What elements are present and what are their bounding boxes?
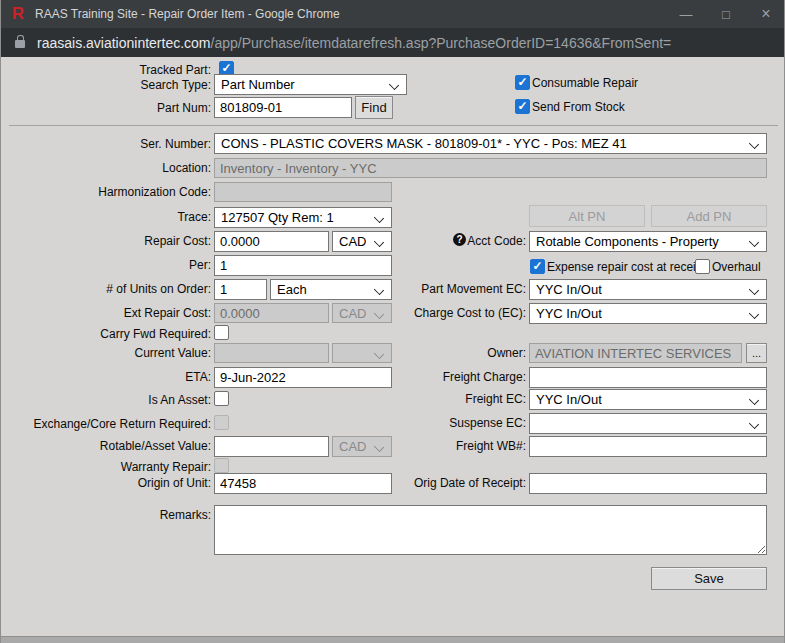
search-type-value: Part Number — [221, 77, 295, 92]
charge-cost-select[interactable]: YYC In/Out — [529, 303, 767, 324]
alt-pn-button[interactable]: Alt PN — [529, 205, 645, 227]
check-icon: ✓ — [531, 260, 544, 273]
title-bar: R RAAS Training Site - Repair Order Item… — [1, 0, 785, 28]
chevron-down-icon — [389, 80, 399, 90]
carry-fwd-label: Carry Fwd Required: — [1, 327, 211, 341]
origin-of-unit-label: Origin of Unit: — [1, 476, 211, 490]
part-num-label: Part Num: — [1, 101, 211, 115]
acct-code-value: Rotable Components - Property — [536, 234, 719, 249]
trace-value: 127507 Qty Rem: 1 — [221, 210, 334, 225]
carry-fwd-checkbox[interactable] — [214, 325, 229, 340]
is-an-asset-checkbox[interactable] — [214, 391, 229, 406]
overhaul-label: Overhaul — [712, 260, 761, 275]
part-movement-ec-value: YYC In/Out — [536, 282, 602, 297]
trace-select[interactable]: 127507 Qty Rem: 1 — [214, 207, 392, 228]
ser-number-value: CONS - PLASTIC COVERS MASK - 801809-01* … — [221, 136, 627, 151]
window-bottom-edge — [1, 636, 785, 643]
chevron-down-icon — [749, 237, 759, 247]
chevron-down-icon — [749, 285, 759, 295]
chevron-down-icon — [749, 139, 759, 149]
acct-code-label: Acct Code: — [341, 234, 526, 248]
expense-repair-label: Expense repair cost at receipt — [547, 260, 706, 275]
rotable-value-label: Rotable/Asset Value: — [1, 439, 211, 453]
harmonization-code-field — [214, 182, 392, 202]
repair-cost-label: Repair Cost: — [1, 234, 211, 248]
exchange-core-checkbox — [214, 415, 229, 430]
minimize-button[interactable]: — — [666, 0, 706, 28]
find-button[interactable]: Find — [355, 96, 393, 119]
part-movement-ec-select[interactable]: YYC In/Out — [529, 279, 767, 300]
freight-ec-select[interactable]: YYC In/Out — [529, 389, 767, 410]
freight-wb-input[interactable] — [529, 436, 767, 457]
orig-date-input[interactable] — [529, 473, 767, 494]
units-uom-value: Each — [277, 282, 307, 297]
location-field: Inventory - Inventory - YYC — [214, 158, 767, 178]
chevron-down-icon — [749, 309, 759, 319]
search-type-label: Search Type: — [1, 78, 211, 92]
search-type-select[interactable]: Part Number — [214, 74, 407, 95]
remarks-label: Remarks: — [1, 508, 211, 522]
ser-number-label: Ser. Number: — [1, 137, 211, 151]
suspense-ec-select[interactable] — [529, 413, 767, 434]
send-from-stock-checkbox[interactable]: ✓ — [515, 99, 530, 114]
owner-label: Owner: — [341, 346, 526, 360]
chevron-down-icon — [374, 213, 384, 223]
consumable-repair-label: Consumable Repair — [532, 76, 638, 91]
close-button[interactable]: × — [746, 0, 785, 28]
window-title: RAAS Training Site - Repair Order Item -… — [35, 7, 666, 21]
per-input[interactable] — [214, 255, 392, 276]
chevron-down-icon — [749, 419, 759, 429]
part-num-input[interactable] — [214, 97, 352, 118]
save-button[interactable]: Save — [651, 567, 767, 590]
raas-logo-icon: R — [9, 0, 27, 28]
chevron-down-icon — [749, 395, 759, 405]
warranty-repair-label: Warranty Repair: — [1, 460, 211, 474]
consumable-repair-checkbox[interactable]: ✓ — [515, 75, 530, 90]
harmonization-code-label: Harmonization Code: — [1, 185, 211, 199]
suspense-ec-label: Suspense EC: — [341, 416, 526, 430]
rotable-value-input[interactable] — [214, 436, 329, 457]
tracked-part-label: Tracked Part: — [1, 63, 211, 77]
units-on-order-input[interactable] — [214, 279, 267, 300]
send-from-stock-label: Send From Stock — [532, 100, 625, 115]
maximize-button[interactable]: □ — [706, 0, 746, 28]
trace-label: Trace: — [1, 210, 211, 224]
location-label: Location: — [1, 161, 211, 175]
freight-charge-label: Freight Charge: — [341, 370, 526, 384]
acct-code-select[interactable]: Rotable Components - Property — [529, 231, 767, 252]
owner-field: AVIATION INTERTEC SERVICES — [529, 343, 742, 363]
part-movement-ec-label: Part Movement EC: — [341, 282, 526, 296]
ser-number-select[interactable]: CONS - PLASTIC COVERS MASK - 801809-01* … — [214, 133, 767, 154]
address-bar[interactable]: raasais.aviationintertec.com/app/Purchas… — [1, 28, 785, 57]
charge-cost-value: YYC In/Out — [536, 306, 602, 321]
remarks-textarea[interactable] — [214, 505, 767, 555]
eta-label: ETA: — [1, 370, 211, 384]
page-body: Tracked Part: ✓ Search Type: Part Number… — [1, 57, 785, 643]
freight-ec-label: Freight EC: — [341, 392, 526, 406]
owner-browse-button[interactable]: ... — [746, 343, 767, 363]
lock-icon — [15, 40, 25, 48]
ext-repair-cost-label: Ext Repair Cost: — [1, 306, 211, 320]
freight-wb-label: Freight WB#: — [341, 439, 526, 453]
exchange-core-label: Exchange/Core Return Required: — [1, 417, 211, 431]
per-label: Per: — [1, 258, 211, 272]
url-path: /app/Purchase/itemdatarefresh.asp?Purcha… — [211, 35, 672, 51]
ext-repair-cost-field: 0.0000 — [214, 303, 329, 323]
freight-charge-input[interactable] — [529, 367, 767, 388]
freight-ec-value: YYC In/Out — [536, 392, 602, 407]
url-domain: raasais.aviationintertec.com — [37, 35, 211, 51]
expense-repair-checkbox[interactable]: ✓ — [530, 259, 545, 274]
charge-cost-label: Charge Cost to (EC): — [341, 306, 526, 320]
page-url: raasais.aviationintertec.com/app/Purchas… — [37, 35, 671, 51]
is-an-asset-label: Is An Asset: — [1, 393, 211, 407]
current-value-label: Current Value: — [1, 346, 211, 360]
orig-date-label: Orig Date of Receipt: — [341, 476, 526, 490]
warranty-repair-checkbox — [214, 458, 229, 473]
repair-cost-input[interactable] — [214, 231, 329, 252]
add-pn-button[interactable]: Add PN — [651, 205, 767, 227]
check-icon: ✓ — [516, 100, 529, 113]
check-icon: ✓ — [516, 76, 529, 89]
overhaul-checkbox[interactable] — [695, 259, 710, 274]
section-divider — [9, 125, 778, 126]
units-on-order-label: # of Units on Order: — [1, 282, 211, 296]
